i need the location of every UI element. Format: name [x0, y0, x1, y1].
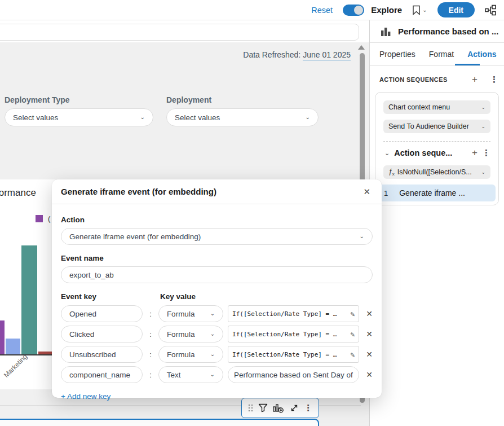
chart-legend: (	[36, 214, 50, 223]
data-refreshed-label: Data Refreshed:	[243, 50, 303, 59]
filter-label-deployment-type: Deployment Type	[5, 95, 70, 104]
explore-label: Explore	[371, 5, 402, 15]
remove-row-icon[interactable]: ✕	[366, 370, 373, 379]
bookmark-menu[interactable]: ⌄	[412, 5, 427, 15]
explore-toggle[interactable]	[343, 5, 364, 16]
filter-label-deployment: Deployment	[166, 95, 211, 104]
colon-separator	[143, 350, 158, 359]
legend-swatch	[36, 215, 43, 222]
event-name-input[interactable]: export_to_ab	[61, 266, 373, 283]
remove-row-icon[interactable]: ✕	[366, 330, 373, 339]
action-sequences-header: ACTION SEQUENCES + ⋮	[370, 66, 504, 91]
chevron-down-icon: ⌄	[210, 331, 215, 337]
bookmark-icon	[412, 5, 421, 15]
add-sequence-button[interactable]: +	[472, 74, 478, 85]
select-value: Generate iframe event (for embedding)	[69, 232, 201, 241]
legend-label-partial: (	[48, 214, 50, 223]
bar-teal[interactable]	[21, 245, 37, 354]
sequence-select-2[interactable]: Send To Audience Builder ⌄	[383, 120, 490, 133]
action-step-selected[interactable]: 1 Generate iframe ...	[378, 185, 496, 201]
formula-field[interactable]: If([Selection/Rate Type] = …✎	[228, 326, 359, 342]
select-value: Send To Audience Builder	[388, 122, 469, 130]
bar-blue[interactable]	[6, 339, 20, 354]
add-chart-icon[interactable]	[273, 403, 284, 413]
event-key-row: Clicked Formula⌄ If([Selection/Rate Type…	[61, 326, 373, 342]
input-value: export_to_ab	[69, 271, 114, 279]
tab-properties[interactable]: Properties	[379, 50, 415, 59]
tab-format[interactable]: Format	[429, 50, 454, 59]
action-sequence-card: Chart context menu ⌄ Send To Audience Bu…	[375, 92, 499, 205]
add-action-button[interactable]: +	[472, 147, 478, 159]
drag-handle-icon[interactable]	[248, 404, 253, 412]
chevron-down-icon: ⌄	[422, 7, 427, 13]
group-more-icon[interactable]: ⋮	[482, 148, 490, 158]
close-icon[interactable]: ✕	[361, 186, 373, 198]
more-vertical-icon[interactable]: ⋮	[304, 403, 312, 413]
bar-chart-icon	[381, 27, 391, 37]
formula-field[interactable]: If([Selection/Rate Type] = …✎	[228, 305, 359, 322]
key-value-text: Opened	[69, 310, 96, 318]
remove-row-icon[interactable]: ✕	[366, 350, 373, 359]
text-value: Performance based on Sent Day of	[234, 371, 353, 379]
condition-select[interactable]: ƒx IsNotNull([Selection/S... ⌄	[383, 165, 490, 179]
event-key-header: Event key	[61, 292, 160, 301]
org-share-icon[interactable]	[485, 5, 497, 16]
data-refreshed-date-link[interactable]: June 01 2025	[303, 50, 351, 60]
deployment-select[interactable]: Select values ⌄	[166, 108, 319, 126]
chevron-down-icon: ⌄	[210, 311, 215, 317]
panel-title: Performance based on ...	[398, 27, 498, 36]
key-input[interactable]: Clicked	[61, 326, 143, 342]
step-index: 1	[384, 189, 388, 197]
key-value-text: Clicked	[69, 330, 94, 339]
top-toolbar: Reset Explore ⌄ Edit	[0, 0, 504, 20]
add-new-key-link[interactable]: + Add new key	[61, 392, 110, 401]
step-label: Generate iframe ...	[399, 188, 465, 197]
panel-tabs: Properties Format Actions	[370, 43, 504, 66]
edit-pencil-icon[interactable]: ✎	[350, 310, 355, 318]
edit-button[interactable]: Edit	[437, 2, 475, 17]
tab-actions[interactable]: Actions	[467, 50, 496, 59]
sequence-select-1[interactable]: Chart context menu ⌄	[383, 100, 490, 114]
value-type-select[interactable]: Formula⌄	[158, 305, 223, 322]
sequences-more-icon[interactable]: ⋮	[490, 74, 498, 85]
type-value: Formula	[167, 350, 195, 359]
key-input[interactable]: component_name	[61, 366, 143, 383]
edit-pencil-icon[interactable]: ✎	[350, 330, 355, 339]
properties-panel: Performance based on ... Properties Form…	[369, 20, 504, 426]
text-value-input[interactable]: Performance based on Sent Day of	[228, 366, 359, 383]
empty-text-element[interactable]	[0, 24, 359, 41]
chevron-down-icon: ⌄	[210, 372, 215, 377]
value-type-select[interactable]: Formula⌄	[158, 326, 223, 342]
collapse-chevron-icon[interactable]: ⌄	[384, 150, 390, 156]
event-name-label: Event name	[61, 254, 373, 262]
action-sequences-title: ACTION SEQUENCES	[379, 76, 448, 83]
formula-text: If([Selection/Rate Type] = …	[232, 331, 337, 338]
expand-icon[interactable]	[290, 403, 299, 412]
filter-funnel-icon[interactable]	[258, 403, 268, 412]
chart-bars	[0, 245, 52, 354]
key-input[interactable]: Unsubscribed	[61, 346, 143, 363]
x-axis-tick-label: Marketing	[2, 353, 29, 379]
generate-iframe-event-modal: Generate iframe event (for embedding) ✕ …	[52, 179, 382, 398]
remove-row-icon[interactable]: ✕	[366, 309, 373, 318]
reset-button[interactable]: Reset	[311, 6, 333, 15]
edit-pencil-icon[interactable]: ✎	[350, 350, 355, 359]
chevron-down-icon: ⌄	[481, 170, 485, 175]
value-type-select[interactable]: Formula⌄	[158, 346, 223, 363]
modal-body: Action Generate iframe event (for embedd…	[52, 204, 382, 401]
value-type-select[interactable]: Text⌄	[158, 366, 223, 383]
colon-separator	[143, 330, 158, 339]
modal-header: Generate iframe event (for embedding) ✕	[52, 179, 382, 204]
formula-field[interactable]: If([Selection/Rate Type] = …✎	[228, 346, 359, 363]
key-value-header: Key value	[160, 292, 196, 301]
deployment-type-select[interactable]: Select values ⌄	[5, 108, 153, 126]
key-input[interactable]: Opened	[61, 305, 143, 322]
sequence-group-title[interactable]: Action seque...	[394, 148, 452, 157]
sequence-group-row: ⌄ Action seque... + ⋮	[384, 147, 490, 159]
selected-element-outline[interactable]	[0, 419, 319, 426]
action-select[interactable]: Generate iframe event (for embedding) ⌄	[61, 228, 373, 245]
scroll-up-arrow[interactable]	[358, 45, 365, 50]
dashed-divider	[383, 141, 490, 142]
bar-purple[interactable]	[0, 320, 5, 354]
formula-text: If([Selection/Rate Type] = …	[232, 310, 337, 318]
